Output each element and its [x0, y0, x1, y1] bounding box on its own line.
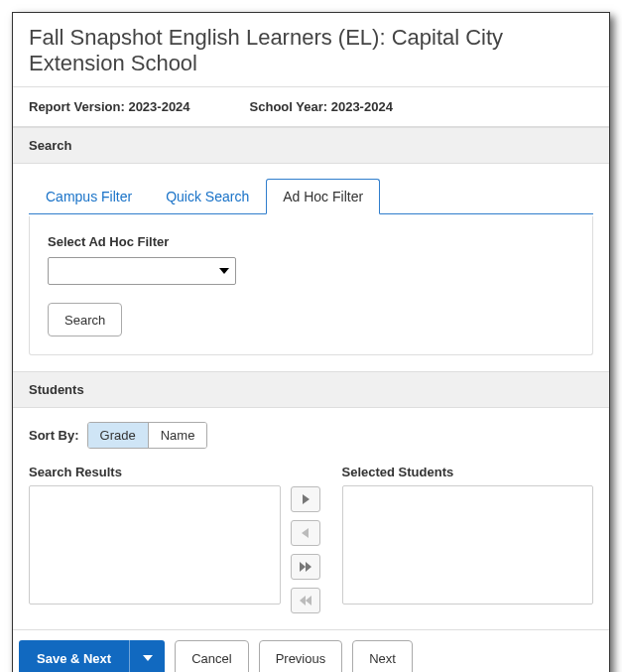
school-year-label: School Year: 2023-2024	[250, 99, 393, 114]
dual-listbox: Search Results	[29, 465, 593, 613]
footer-actions: Save & Next Cancel Previous Next	[13, 629, 609, 672]
next-button[interactable]: Next	[352, 640, 413, 672]
save-next-button[interactable]: Save & Next	[19, 640, 129, 672]
ad-hoc-filter-select[interactable]	[48, 257, 236, 285]
ad-hoc-filter-panel: Select Ad Hoc Filter Search	[29, 216, 593, 355]
move-right-button[interactable]	[291, 486, 320, 512]
search-button[interactable]: Search	[48, 303, 122, 336]
search-tabs: Campus Filter Quick Search Ad Hoc Filter	[29, 178, 593, 214]
sort-toggle-group: Grade Name	[87, 422, 208, 449]
students-section-body: Sort By: Grade Name Search Results	[13, 408, 609, 629]
double-caret-left-icon	[299, 596, 312, 605]
sort-by-label: Sort By:	[29, 428, 79, 443]
selected-students-column: Selected Students	[342, 465, 594, 605]
students-section-header: Students	[13, 371, 609, 408]
selected-students-listbox[interactable]	[342, 485, 594, 605]
ad-hoc-select-label: Select Ad Hoc Filter	[48, 234, 574, 249]
search-section-body: Campus Filter Quick Search Ad Hoc Filter…	[13, 164, 609, 371]
double-caret-right-icon	[299, 562, 312, 572]
move-all-right-button[interactable]	[291, 554, 320, 580]
selected-students-label: Selected Students	[342, 465, 594, 479]
search-results-listbox[interactable]	[29, 485, 281, 605]
caret-right-icon	[301, 494, 311, 504]
mover-buttons	[291, 465, 332, 613]
sort-toggle-name[interactable]: Name	[148, 423, 207, 448]
svg-marker-3	[306, 562, 311, 572]
search-section-header: Search	[13, 127, 609, 164]
caret-left-icon	[301, 528, 311, 538]
title-bar: Fall Snapshot English Learners (EL): Cap…	[13, 13, 609, 87]
sort-row: Sort By: Grade Name	[29, 422, 593, 449]
move-all-left-button[interactable]	[291, 588, 320, 613]
save-next-dropdown-button[interactable]	[129, 640, 165, 672]
tab-ad-hoc-filter[interactable]: Ad Hoc Filter	[266, 179, 380, 214]
tab-quick-search[interactable]: Quick Search	[149, 179, 266, 214]
report-version-label: Report Version: 2023-2024	[29, 99, 190, 114]
chevron-down-icon	[219, 268, 229, 274]
search-results-label: Search Results	[29, 465, 281, 479]
caret-down-icon	[143, 655, 153, 661]
previous-button[interactable]: Previous	[259, 640, 343, 672]
svg-marker-4	[300, 596, 306, 605]
meta-bar: Report Version: 2023-2024 School Year: 2…	[13, 87, 609, 127]
page-title: Fall Snapshot English Learners (EL): Cap…	[29, 25, 593, 76]
report-window: Fall Snapshot English Learners (EL): Cap…	[12, 12, 610, 672]
sort-toggle-grade[interactable]: Grade	[88, 423, 148, 448]
move-left-button[interactable]	[291, 520, 320, 546]
search-results-column: Search Results	[29, 465, 281, 605]
svg-marker-0	[303, 494, 310, 504]
cancel-button[interactable]: Cancel	[175, 640, 248, 672]
save-next-split-button: Save & Next	[19, 640, 165, 672]
svg-marker-1	[302, 528, 309, 538]
svg-marker-2	[300, 562, 306, 572]
svg-marker-5	[306, 596, 311, 605]
tab-campus-filter[interactable]: Campus Filter	[29, 179, 149, 214]
